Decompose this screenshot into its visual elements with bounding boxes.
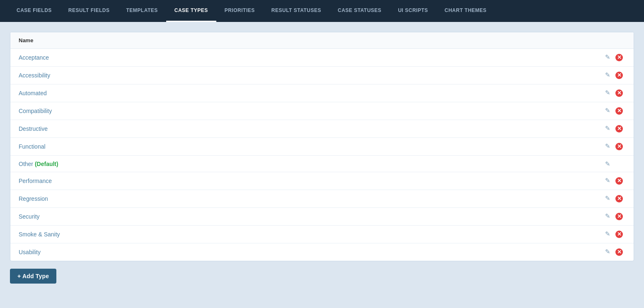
- circle-x-icon: ✕: [615, 231, 623, 238]
- edit-row-button[interactable]: ✎: [603, 248, 613, 255]
- edit-row-button[interactable]: ✎: [603, 212, 613, 220]
- row-name-label: Accessibility: [19, 72, 50, 79]
- row-name-label: Smoke & Sanity: [19, 231, 60, 238]
- pencil-icon: ✎: [605, 142, 610, 149]
- pencil-icon: ✎: [605, 230, 610, 237]
- tab-case-fields[interactable]: CASE FIELDS: [8, 0, 60, 22]
- circle-x-icon: ✕: [615, 89, 623, 97]
- table-row: Regression✎✕: [10, 190, 634, 208]
- nav-tabs: CASE FIELDSRESULT FIELDSTEMPLATESCASE TY…: [0, 0, 644, 22]
- pencil-icon: ✎: [605, 248, 610, 255]
- edit-row-button[interactable]: ✎: [603, 53, 613, 61]
- row-name-label: Destructive: [19, 125, 48, 132]
- delete-row-button[interactable]: ✕: [613, 71, 625, 80]
- tab-ui-scripts[interactable]: UI SCRIPTS: [390, 0, 436, 22]
- table-row: Security✎✕: [10, 208, 634, 226]
- table-row: Usability✎✕: [10, 243, 634, 261]
- row-name-label: Compatibility: [19, 108, 52, 114]
- tab-case-statuses[interactable]: CASE STATUSES: [329, 0, 390, 22]
- circle-x-icon: ✕: [615, 125, 623, 132]
- main-content: Name Acceptance✎✕Accessibility✎✕Automate…: [0, 22, 644, 307]
- edit-row-button[interactable]: ✎: [603, 176, 613, 184]
- add-type-button[interactable]: + Add Type: [10, 269, 56, 284]
- circle-x-icon: ✕: [615, 195, 623, 202]
- row-name-label: Performance: [19, 178, 52, 184]
- case-types-table: Name Acceptance✎✕Accessibility✎✕Automate…: [10, 32, 634, 261]
- circle-x-icon: ✕: [615, 72, 623, 79]
- column-name-header: Name: [10, 32, 594, 49]
- pencil-icon: ✎: [605, 107, 610, 114]
- edit-row-button[interactable]: ✎: [603, 71, 613, 79]
- table-row: Other (Default)✎: [10, 156, 634, 172]
- tab-templates[interactable]: TEMPLATES: [118, 0, 166, 22]
- delete-row-button[interactable]: ✕: [613, 106, 625, 116]
- row-name-label: Regression: [19, 195, 48, 202]
- table-row: Accessibility✎✕: [10, 67, 634, 84]
- delete-row-button[interactable]: ✕: [613, 194, 625, 203]
- pencil-icon: ✎: [605, 125, 610, 132]
- table-row: Automated✎✕: [10, 84, 634, 102]
- circle-x-icon: ✕: [615, 54, 623, 61]
- edit-row-button[interactable]: ✎: [603, 106, 613, 114]
- column-actions-header: [594, 32, 634, 49]
- circle-x-icon: ✕: [615, 177, 623, 185]
- delete-row-button[interactable]: ✕: [613, 142, 625, 151]
- tab-priorities[interactable]: PRIORITIES: [216, 0, 263, 22]
- delete-row-button[interactable]: ✕: [613, 212, 625, 221]
- delete-row-button[interactable]: ✕: [613, 124, 625, 133]
- table-row: Smoke & Sanity✎✕: [10, 226, 634, 243]
- circle-x-icon: ✕: [615, 213, 623, 220]
- row-name-label: Automated: [19, 90, 47, 96]
- edit-row-button[interactable]: ✎: [603, 142, 613, 150]
- pencil-icon: ✎: [605, 177, 610, 184]
- table-row: Acceptance✎✕: [10, 49, 634, 67]
- row-name-label: Usability: [19, 249, 41, 255]
- edit-row-button[interactable]: ✎: [603, 194, 613, 202]
- table-row: Compatibility✎✕: [10, 102, 634, 120]
- table-row: Functional✎✕: [10, 138, 634, 156]
- tab-chart-themes[interactable]: CHART THEMES: [436, 0, 495, 22]
- pencil-icon: ✎: [605, 53, 610, 60]
- edit-row-button[interactable]: ✎: [603, 89, 613, 96]
- pencil-icon: ✎: [605, 195, 610, 202]
- circle-x-icon: ✕: [615, 248, 623, 256]
- circle-x-icon: ✕: [615, 143, 623, 150]
- pencil-icon: ✎: [605, 71, 610, 78]
- delete-row-button[interactable]: ✕: [613, 53, 625, 62]
- tab-result-fields[interactable]: RESULT FIELDS: [60, 0, 118, 22]
- row-name-label: Other (Default): [19, 161, 58, 167]
- content-card: Name Acceptance✎✕Accessibility✎✕Automate…: [10, 32, 634, 261]
- row-name-label: Acceptance: [19, 54, 49, 61]
- pencil-icon: ✎: [605, 89, 610, 96]
- row-name-label: Security: [19, 213, 40, 220]
- row-name-label: Functional: [19, 143, 46, 150]
- pencil-icon: ✎: [605, 212, 610, 219]
- delete-row-button[interactable]: ✕: [613, 230, 625, 239]
- circle-x-icon: ✕: [615, 107, 623, 115]
- delete-row-button[interactable]: ✕: [613, 176, 625, 185]
- edit-row-button[interactable]: ✎: [603, 124, 613, 132]
- edit-row-button[interactable]: ✎: [603, 230, 613, 238]
- table-row: Performance✎✕: [10, 172, 634, 190]
- table-row: Destructive✎✕: [10, 120, 634, 138]
- delete-row-button[interactable]: ✕: [613, 248, 625, 257]
- tab-result-statuses[interactable]: RESULT STATUSES: [263, 0, 329, 22]
- pencil-icon: ✎: [605, 160, 610, 167]
- delete-row-button[interactable]: ✕: [613, 89, 625, 98]
- tab-case-types[interactable]: CASE TYPES: [166, 0, 216, 22]
- edit-row-button[interactable]: ✎: [603, 160, 613, 168]
